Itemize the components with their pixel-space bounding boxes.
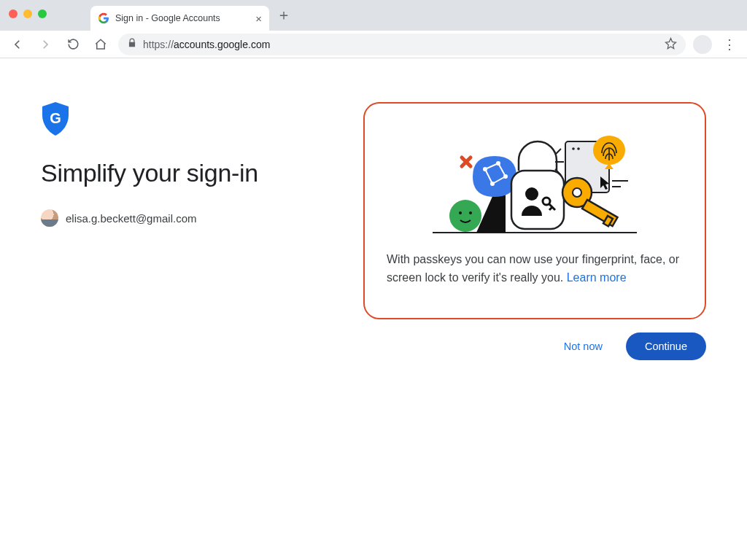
browser-menu-button[interactable]: ⋮ [719, 34, 740, 55]
nav-reload-button[interactable] [63, 34, 83, 55]
svg-rect-28 [582, 200, 618, 226]
svg-point-18 [449, 200, 481, 232]
learn-more-link[interactable]: Learn more [567, 271, 627, 284]
tab-title: Sign in - Google Accounts [115, 13, 220, 23]
tab-close-icon[interactable]: × [255, 13, 262, 24]
svg-point-27 [573, 188, 581, 197]
continue-button[interactable]: Continue [626, 332, 706, 360]
nav-back-button[interactable] [7, 34, 28, 55]
action-row: Not now Continue [561, 332, 706, 360]
svg-text:G: G [50, 110, 61, 126]
lock-icon [127, 38, 137, 50]
browser-tab-strip: Sign in - Google Accounts × ＋ [0, 0, 747, 31]
svg-point-19 [459, 211, 462, 214]
new-tab-button[interactable]: ＋ [274, 5, 294, 26]
bookmark-star-icon[interactable] [665, 37, 677, 52]
passkey-card: With passkeys you can now use your finge… [363, 102, 706, 319]
browser-toolbar: https://accounts.google.com ⋮ [0, 31, 747, 58]
page-headline: Simplify your sign-in [41, 159, 318, 187]
not-now-button[interactable]: Not now [561, 335, 605, 358]
right-column: With passkeys you can now use your finge… [363, 102, 706, 360]
address-bar[interactable]: https://accounts.google.com [118, 34, 686, 55]
account-chip[interactable]: elisa.g.beckett@gmail.com [41, 209, 318, 227]
window-controls [9, 9, 47, 21]
passkey-illustration [387, 120, 683, 236]
account-email: elisa.g.beckett@gmail.com [66, 212, 196, 225]
account-avatar-icon [41, 209, 58, 227]
svg-point-20 [469, 211, 472, 214]
card-body-text: With passkeys you can now use your finge… [387, 251, 683, 287]
left-column: G Simplify your sign-in elisa.g.beckett@… [41, 102, 318, 227]
svg-rect-21 [511, 171, 564, 229]
window-minimize-dot[interactable] [23, 9, 32, 18]
page-content: G Simplify your sign-in elisa.g.beckett@… [0, 58, 747, 560]
window-close-dot[interactable] [9, 9, 18, 18]
google-shield-icon: G [41, 102, 318, 139]
svg-point-4 [577, 147, 580, 150]
profile-avatar-button[interactable] [693, 35, 712, 54]
url-text: https://accounts.google.com [143, 39, 270, 50]
nav-home-button[interactable] [90, 34, 111, 55]
svg-point-3 [572, 147, 575, 150]
svg-point-22 [525, 187, 538, 201]
google-favicon-icon [98, 12, 109, 24]
window-maximize-dot[interactable] [38, 9, 47, 18]
nav-forward-button[interactable] [35, 34, 55, 55]
browser-tab[interactable]: Sign in - Google Accounts × [90, 6, 269, 31]
